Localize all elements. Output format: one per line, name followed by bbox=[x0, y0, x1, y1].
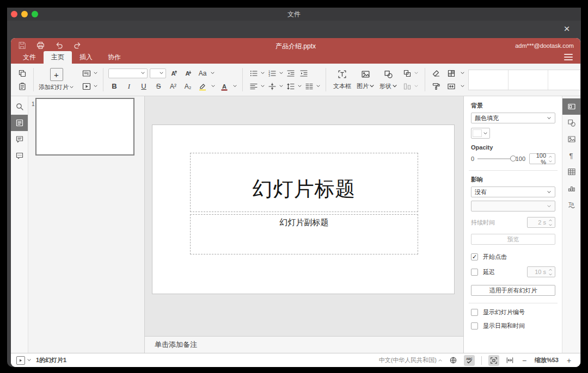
insert-image-button[interactable]: 图片 bbox=[354, 66, 376, 94]
subscript-button[interactable]: A₂ bbox=[182, 83, 194, 90]
chevron-down-icon[interactable] bbox=[141, 71, 145, 76]
zoom-out-button[interactable]: − bbox=[520, 356, 528, 365]
decrease-font-icon[interactable]: A bbox=[182, 68, 194, 79]
paragraph-settings-icon[interactable]: ¶ bbox=[562, 147, 580, 164]
start-on-click-checkbox[interactable]: ✓ bbox=[471, 253, 478, 260]
slide-settings-icon[interactable] bbox=[562, 98, 580, 115]
font-name-combo[interactable] bbox=[108, 69, 148, 78]
table-settings-icon[interactable] bbox=[562, 164, 580, 180]
color-scheme-icon[interactable] bbox=[445, 68, 457, 79]
delay-checkbox[interactable] bbox=[471, 269, 478, 276]
chevron-down-icon[interactable] bbox=[461, 84, 465, 89]
search-icon[interactable] bbox=[11, 98, 28, 115]
show-slide-number-checkbox[interactable] bbox=[471, 309, 478, 316]
decrease-indent-icon[interactable] bbox=[285, 68, 297, 79]
fill-type-select[interactable]: 颜色填充 bbox=[471, 113, 555, 123]
slide-thumbnail[interactable] bbox=[35, 98, 134, 156]
chevron-down-icon[interactable] bbox=[211, 71, 215, 76]
theme-option[interactable] bbox=[469, 70, 509, 90]
italic-button[interactable]: I bbox=[123, 82, 135, 91]
language-selector[interactable]: 中文(中华人民共和国) bbox=[379, 356, 443, 364]
chevron-down-icon[interactable] bbox=[261, 71, 265, 76]
spellcheck-icon[interactable]: ABC bbox=[464, 355, 475, 366]
change-layout-icon[interactable] bbox=[81, 68, 93, 79]
theme-option[interactable] bbox=[548, 70, 580, 90]
title-placeholder[interactable]: 幻灯片标题 bbox=[190, 153, 418, 212]
tab-collaboration[interactable]: 协作 bbox=[100, 51, 128, 64]
theme-option[interactable] bbox=[509, 70, 548, 90]
line-spacing-icon[interactable] bbox=[285, 81, 297, 92]
chevron-down-icon[interactable] bbox=[160, 71, 164, 76]
columns-icon[interactable] bbox=[303, 81, 315, 92]
menu-icon[interactable] bbox=[564, 54, 573, 60]
tab-file[interactable]: 文件 bbox=[15, 51, 44, 64]
chevron-down-icon[interactable] bbox=[316, 84, 321, 89]
chevron-down-icon[interactable] bbox=[461, 71, 465, 76]
textart-settings-icon[interactable]: Ta bbox=[562, 196, 580, 213]
chevron-down-icon[interactable] bbox=[414, 71, 419, 76]
arrange-shape-icon[interactable] bbox=[401, 68, 413, 79]
chevron-down-icon[interactable] bbox=[27, 358, 32, 363]
font-color-icon[interactable]: A bbox=[218, 81, 230, 92]
copy-icon[interactable] bbox=[16, 68, 28, 79]
chart-settings-icon[interactable] bbox=[562, 180, 580, 196]
font-size-combo[interactable] bbox=[150, 69, 166, 78]
close-traffic-icon[interactable] bbox=[11, 11, 17, 17]
clear-style-icon[interactable] bbox=[430, 68, 442, 79]
vertical-align-icon[interactable] bbox=[266, 81, 278, 92]
chevron-down-icon[interactable] bbox=[298, 84, 302, 89]
slide[interactable]: 幻灯片标题 幻灯片副标题 bbox=[152, 125, 455, 294]
spin-up-icon[interactable] bbox=[549, 154, 553, 159]
paste-icon[interactable] bbox=[16, 81, 28, 92]
opacity-spinner[interactable]: 100 % bbox=[529, 153, 555, 164]
numbered-list-icon[interactable]: 123 bbox=[266, 68, 278, 79]
minimize-traffic-icon[interactable] bbox=[21, 11, 28, 17]
fill-color-select[interactable] bbox=[471, 128, 490, 139]
show-date-time-checkbox[interactable] bbox=[471, 322, 478, 330]
shape-settings-icon[interactable] bbox=[562, 115, 580, 131]
chevron-down-icon[interactable] bbox=[211, 84, 216, 89]
superscript-button[interactable]: A² bbox=[167, 83, 179, 90]
insert-textbox-button[interactable]: 文本框 bbox=[331, 66, 353, 94]
zoom-in-button[interactable]: + bbox=[565, 356, 573, 365]
highlight-color-icon[interactable] bbox=[197, 81, 209, 92]
slides-panel-icon[interactable] bbox=[11, 115, 28, 131]
add-slide-button[interactable]: 添加幻灯片 bbox=[39, 83, 69, 91]
chevron-down-icon[interactable] bbox=[70, 85, 74, 90]
chevron-down-icon[interactable] bbox=[279, 71, 284, 76]
effect-select[interactable]: 没有 bbox=[471, 186, 555, 197]
slide-canvas[interactable]: 幻灯片标题 幻灯片副标题 bbox=[145, 96, 463, 336]
bold-button[interactable]: B bbox=[108, 82, 120, 90]
chevron-down-icon[interactable] bbox=[261, 84, 265, 89]
chevron-down-icon[interactable] bbox=[94, 71, 98, 76]
chevron-down-icon[interactable] bbox=[279, 84, 284, 89]
tab-home[interactable]: 主页 bbox=[44, 51, 72, 64]
fit-to-width-icon[interactable] bbox=[506, 356, 514, 364]
horizontal-align-icon[interactable] bbox=[248, 81, 260, 92]
globe-icon[interactable] bbox=[449, 356, 457, 364]
change-case-button[interactable]: Aa bbox=[197, 68, 209, 79]
fit-to-slide-icon[interactable] bbox=[488, 355, 499, 366]
copy-style-icon[interactable] bbox=[430, 81, 442, 92]
increase-font-icon[interactable]: A bbox=[168, 68, 180, 79]
slide-size-icon[interactable] bbox=[445, 81, 457, 92]
opacity-slider[interactable] bbox=[477, 158, 513, 159]
subtitle-placeholder[interactable]: 幻灯片副标题 bbox=[190, 214, 418, 254]
underline-button[interactable]: U bbox=[138, 82, 150, 90]
slider-handle[interactable] bbox=[510, 156, 516, 161]
close-icon[interactable]: × bbox=[561, 23, 573, 35]
bullet-list-icon[interactable] bbox=[248, 68, 260, 79]
start-slideshow-status-icon[interactable] bbox=[16, 356, 25, 365]
chevron-down-icon[interactable] bbox=[233, 84, 237, 89]
add-slide-icon[interactable]: + bbox=[50, 68, 63, 81]
insert-shape-button[interactable]: 形状 bbox=[377, 66, 399, 94]
comments-icon[interactable] bbox=[11, 131, 28, 147]
image-settings-icon[interactable] bbox=[562, 131, 580, 147]
chat-icon[interactable] bbox=[11, 147, 28, 164]
chevron-down-icon[interactable] bbox=[94, 84, 98, 89]
spin-down-icon[interactable] bbox=[549, 159, 553, 164]
strikethrough-button[interactable]: S bbox=[152, 82, 164, 90]
tab-insert[interactable]: 插入 bbox=[72, 51, 100, 64]
user-account[interactable]: adm***@dootask.com bbox=[515, 42, 574, 49]
notes-area[interactable]: 单击添加备注 bbox=[145, 336, 463, 353]
